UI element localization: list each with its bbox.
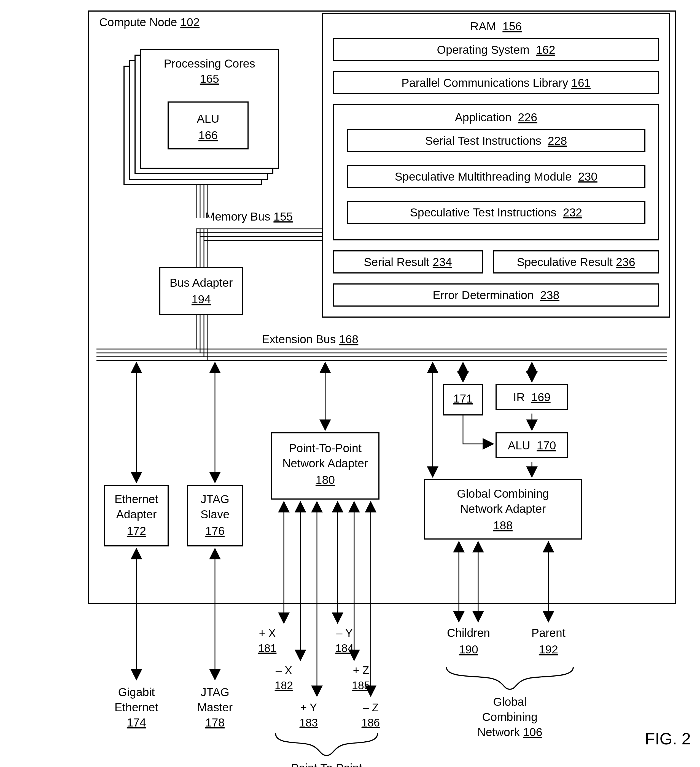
parent-label: Parent xyxy=(531,626,565,639)
serial-result-label: Serial Result 234 xyxy=(364,256,452,269)
svg-text:166: 166 xyxy=(198,129,218,142)
mx-label: – X xyxy=(276,664,292,676)
p2pnet-l1: Point To Point xyxy=(291,762,362,767)
py-ref: 183 xyxy=(300,716,318,729)
gcn-adapter-ref: 188 xyxy=(493,519,513,532)
jtag-slave-l2: Slave xyxy=(200,508,229,521)
pcl-label: Parallel Communications Library 161 xyxy=(402,76,590,89)
ram-label: RAM 156 xyxy=(470,20,522,33)
svg-text:165: 165 xyxy=(200,72,219,85)
p2p-brace xyxy=(276,734,378,756)
gcn-l1: Global xyxy=(493,695,526,708)
ethernet-adapter-ref: 172 xyxy=(127,524,146,537)
px-ref: 181 xyxy=(258,642,277,654)
memory-bus-label: Memory Bus 155 xyxy=(205,210,293,223)
jtagmaster-l1: JTAG xyxy=(201,686,229,699)
svg-text:ALU: ALU xyxy=(197,112,219,125)
gcn-l2: Combining xyxy=(482,710,538,724)
gige-l1: Gigabit xyxy=(118,686,155,699)
gcn-l3: Network 106 xyxy=(477,726,542,738)
p2p-adapter-ref: 180 xyxy=(316,473,335,486)
my-label: – Y xyxy=(336,627,352,639)
p2p-adapter-l1: Point-To-Point xyxy=(289,442,362,455)
errdet-label: Error Determination 238 xyxy=(433,289,559,302)
mz-ref: 186 xyxy=(362,716,380,729)
px-label: + X xyxy=(259,627,276,639)
bus-adapter-label: Bus Adapter xyxy=(170,276,233,289)
py-label: + Y xyxy=(300,702,317,713)
pz-label: + Z xyxy=(353,664,369,676)
reg171-label: 171 xyxy=(453,392,473,405)
app-label: Application 226 xyxy=(455,111,537,124)
jtag-slave-l1: JTAG xyxy=(201,493,229,506)
parent-ref: 192 xyxy=(539,643,558,656)
bus-adapter-ref: 194 xyxy=(192,293,211,306)
jtag-slave-ref: 176 xyxy=(205,524,225,537)
bus-adapter-box xyxy=(160,267,243,314)
jtagmaster-l2: Master xyxy=(197,701,233,714)
ethernet-adapter-l2: Adapter xyxy=(116,508,157,521)
pz-ref: 185 xyxy=(352,679,370,691)
svg-rect-6 xyxy=(168,102,248,149)
spectest-label: Speculative Test Instructions 232 xyxy=(410,206,583,219)
mz-label: – Z xyxy=(363,702,379,713)
spec-result-label: Speculative Result 236 xyxy=(517,256,635,269)
ethernet-adapter-l1: Ethernet xyxy=(115,493,159,506)
processing-cores: Processing Cores 165 ALU 166 xyxy=(124,49,278,185)
extension-bus-label: Extension Bus 168 xyxy=(262,333,358,346)
mx-ref: 182 xyxy=(275,679,293,691)
specmt-label: Speculative Multithreading Module 230 xyxy=(395,170,597,183)
children-label: Children xyxy=(447,626,490,639)
gcn-brace xyxy=(446,667,573,689)
compute-node-label: Compute Node 102 xyxy=(99,16,200,29)
my-ref: 184 xyxy=(335,642,354,654)
svg-text:Processing Cores: Processing Cores xyxy=(164,57,255,70)
p2p-adapter-l2: Network Adapter xyxy=(283,457,368,470)
gige-ref: 174 xyxy=(127,716,146,729)
figure-label: FIG. 2 xyxy=(645,729,691,748)
alu2-label: ALU 170 xyxy=(508,439,556,452)
ir-label: IR 169 xyxy=(513,391,550,404)
jtagmaster-ref: 178 xyxy=(205,716,225,729)
svg-rect-13 xyxy=(193,218,212,229)
serial-test-label: Serial Test Instructions 228 xyxy=(425,134,567,147)
os-label: Operating System 162 xyxy=(437,43,555,56)
gcn-adapter-l1: Global Combining xyxy=(457,487,549,500)
gige-l2: Ethernet xyxy=(115,701,159,714)
children-ref: 190 xyxy=(459,643,478,656)
gcn-adapter-l2: Network Adapter xyxy=(460,502,546,515)
